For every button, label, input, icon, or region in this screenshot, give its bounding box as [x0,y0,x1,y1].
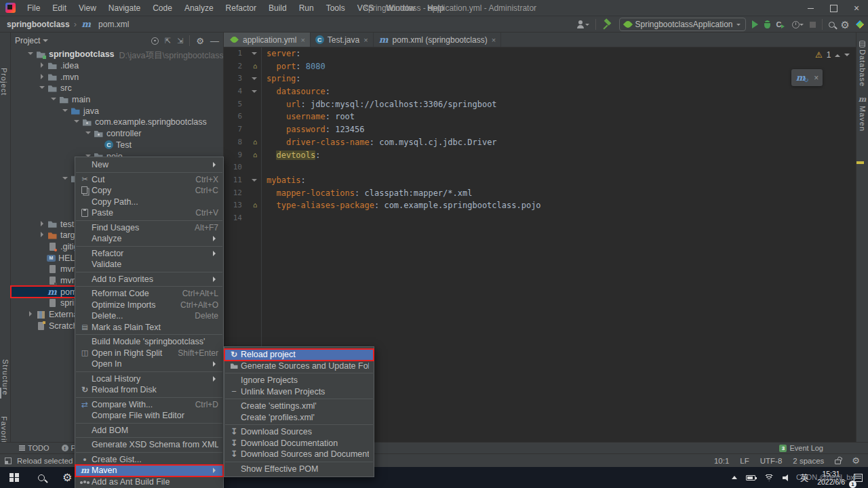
menu-run[interactable]: Run [293,0,320,16]
menu-item-reload-project[interactable]: Reload project [224,349,374,361]
tree-item-idea[interactable]: .idea [11,60,223,72]
menu-item-create-settings-xml[interactable]: Create 'settings.xml' [224,401,374,412]
menu-item-copy-path[interactable]: Copy Path... [75,197,223,208]
menu-edit[interactable]: Edit [46,0,73,16]
code-line-12[interactable]: 12 mapper-locations: classpath:mapper/*.… [224,187,856,200]
code-line-3[interactable]: 3spring: [224,73,856,85]
fold-icon[interactable] [242,47,261,60]
code-line-9[interactable]: 9⌂ devtools: [224,149,856,162]
gear-icon[interactable]: ⚙ [196,37,204,45]
menu-item-show-effective-pom[interactable]: Show Effective POM [224,464,374,475]
highlighting-level-icon[interactable]: ⚙ [852,456,860,465]
tool-window-tab-maven[interactable]: m Maven [856,95,868,131]
tree-item-mvn[interactable]: .mvn [11,71,223,83]
tool-window-tab-database[interactable]: Database [856,41,868,87]
collapse-all-icon[interactable]: ⇲ [177,37,183,45]
menu-item-add-bom[interactable]: Add BOM [75,425,223,436]
menu-item-open-in-right-split[interactable]: Open in Right SplitShift+Enter [75,348,223,359]
close-tab-icon[interactable]: × [363,36,368,44]
run-with-coverage-button[interactable]: C [776,18,786,30]
code-line-13[interactable]: 13⌂ type-aliases-package: com.example.sp… [224,199,856,212]
speaker-icon[interactable] [783,474,791,481]
chevron-right-icon[interactable] [39,73,47,81]
close-tab-icon[interactable]: × [492,36,496,44]
code-line-2[interactable]: 2⌂ port: 8080 [224,60,856,73]
menu-item-local-history[interactable]: Local History [75,373,223,385]
settings-button[interactable]: ⚙ [841,18,850,30]
close-tab-icon[interactable]: × [300,36,304,44]
unlock-icon[interactable] [835,460,841,464]
minimize-icon[interactable] [799,0,822,16]
fold-icon[interactable] [242,73,261,85]
indent-setting[interactable]: 2 spaces [793,457,824,465]
chevron-right-icon[interactable] [27,310,35,319]
expand-all-icon[interactable]: ⇱ [165,37,171,45]
caret-position[interactable]: 10:1 [714,457,729,465]
menu-analyze[interactable]: Analyze [178,0,220,16]
menu-item-ignore-projects[interactable]: Ignore Projects [224,375,374,386]
start-button-icon[interactable] [9,473,19,483]
menu-item-generate-sources-and-update-folders[interactable]: Generate Sources and Update Folders [224,361,374,372]
chevron-down-icon[interactable] [43,39,48,45]
tool-window-switcher-icon[interactable] [5,458,12,464]
code-line-4[interactable]: 4 datasource: [224,85,856,98]
menu-item-add-to-favorites[interactable]: Add to Favorites [75,274,223,285]
profiler-button[interactable] [792,18,804,30]
hide-panel-icon[interactable]: — [210,36,219,46]
tree-item-springbootclass[interactable]: springbootclassD:\java项目\springbootclass [11,49,223,60]
menu-item-mark-as-plain-text[interactable]: Mark as Plain Text [75,322,223,333]
locate-file-icon[interactable] [151,37,159,45]
next-warning-icon[interactable] [844,54,850,59]
code-line-7[interactable]: 7 password: 123456 [224,123,856,136]
error-stripe-mark[interactable] [856,161,864,164]
menu-item-download-sources-and-documentation[interactable]: Download Sources and Documentation [224,449,374,460]
chevron-down-icon[interactable] [39,84,47,92]
line-separator[interactable]: LF [740,457,749,465]
menu-build[interactable]: Build [262,0,293,16]
debug-button[interactable] [764,18,770,30]
menu-item-new[interactable]: New [75,159,223,171]
code-line-1[interactable]: 1server: [224,47,856,60]
previous-warning-icon[interactable] [835,52,840,57]
tree-item-controller[interactable]: controller [11,128,223,140]
menu-item-unlink-maven-projects[interactable]: Unlink Maven Projects [224,386,374,398]
file-encoding[interactable]: UTF-8 [760,457,783,465]
event-log-button[interactable]: 3 Event Log [779,444,823,452]
menu-item-add-as-ant-build-file[interactable]: Add as Ant Build File [75,476,223,488]
build-button[interactable] [602,18,613,30]
chevron-right-icon[interactable] [39,62,47,70]
menu-item-validate[interactable]: Validate [75,259,223,270]
menu-item-optimize-imports[interactable]: Optimize ImportsCtrl+Alt+O [75,300,223,311]
taskbar-search-icon[interactable] [38,474,45,481]
editor-tab-test-java[interactable]: CTest.java× [311,33,374,47]
breadcrumb-file[interactable]: pom.xml [98,20,129,29]
code-line-11[interactable]: 11mybatis: [224,174,856,187]
menu-item-copy[interactable]: CopyCtrl+C [75,185,223,197]
menu-item-create-profiles-xml[interactable]: Create 'profiles.xml' [224,412,374,424]
menu-item-open-in[interactable]: Open In [75,359,223,370]
menu-item-paste[interactable]: PasteCtrl+V [75,207,223,219]
menu-tools[interactable]: Tools [320,0,351,16]
tray-chevron-up-icon[interactable] [732,473,737,479]
chevron-right-icon[interactable] [39,220,47,228]
code-line-6[interactable]: 6 username: root [224,110,856,123]
chevron-down-icon[interactable] [50,96,58,104]
chevron-down-icon[interactable] [85,129,93,138]
chevron-down-icon[interactable] [62,107,70,115]
user-dropdown[interactable] [576,18,589,30]
menu-item-cut[interactable]: CutCtrl+X [75,174,223,186]
maximize-icon[interactable] [822,0,845,16]
menu-item-analyze[interactable]: Analyze [75,233,223,245]
stop-button[interactable] [810,18,816,30]
menu-item-reload-from-disk[interactable]: Reload from Disk [75,384,223,396]
menu-item-download-sources[interactable]: Download Sources [224,426,374,438]
menu-view[interactable]: View [73,0,102,16]
tree-item-src[interactable]: src [11,83,223,94]
run-configuration-select[interactable]: SpringbootclassApplication [619,18,745,31]
chevron-down-icon[interactable] [73,118,81,126]
breadcrumb-project[interactable]: springbootclass [7,20,70,29]
menu-item-reformat-code[interactable]: Reformat CodeCtrl+Alt+L [75,288,223,300]
load-maven-changes-widget[interactable]: m ↻ × [791,69,823,86]
tool-window-tab-project[interactable]: Project [0,68,11,98]
fold-icon[interactable] [242,85,261,98]
